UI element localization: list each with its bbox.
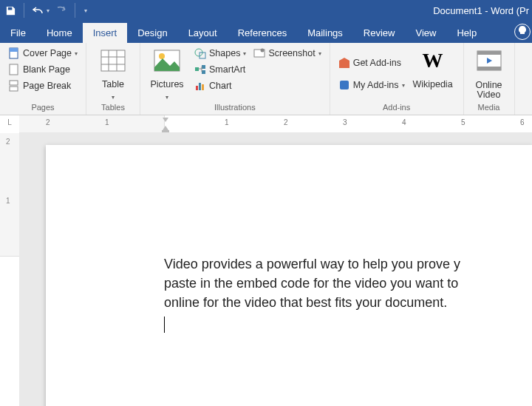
group-illustrations: Pictures ▾ Shapes ▾ SmartArt (140, 43, 330, 115)
text-cursor (164, 317, 165, 333)
page-break-label: Page Break (23, 81, 71, 91)
pictures-icon (154, 47, 180, 74)
shapes-label: Shapes (209, 48, 240, 58)
body-text-line[interactable]: Video provides a powerful way to help yo… (164, 254, 532, 274)
group-addins: Get Add-ins My Add-ins ▾ W Wikipedia Add… (330, 43, 464, 115)
chart-button[interactable]: Chart (192, 78, 248, 93)
screenshot-button[interactable]: Screenshot ▾ (251, 46, 323, 61)
svg-point-21 (261, 49, 265, 53)
document-canvas[interactable]: Video provides a powerful way to help yo… (19, 133, 532, 406)
qat-customize-caret[interactable]: ▾ (84, 7, 87, 14)
get-addins-label: Get Add-ins (353, 58, 401, 68)
vertical-ruler[interactable]: 2 1 (0, 133, 19, 406)
document-page[interactable]: Video provides a powerful way to help yo… (46, 145, 532, 406)
svg-rect-23 (340, 81, 349, 89)
video-icon (476, 47, 502, 74)
vruler-num: 2 (6, 138, 10, 146)
save-icon[interactable] (4, 4, 16, 16)
svg-rect-2 (10, 64, 18, 75)
ribbon: Cover Page ▾ Blank Page Page Break Page (0, 43, 532, 115)
svg-rect-27 (162, 130, 169, 132)
blank-page-button[interactable]: Blank Page (6, 62, 80, 77)
tab-insert[interactable]: Insert (83, 23, 128, 43)
table-button[interactable]: Table ▾ (92, 46, 134, 102)
group-pages: Cover Page ▾ Blank Page Page Break Page (0, 43, 86, 115)
group-media: Online Video Media (464, 43, 515, 115)
chevron-down-icon: ▾ (75, 50, 78, 57)
chart-icon (194, 80, 206, 92)
get-addins-button[interactable]: Get Add-ins (336, 55, 407, 70)
svg-rect-3 (10, 81, 18, 85)
svg-rect-25 (477, 51, 501, 55)
group-label-illustrations: Illustrations (146, 103, 324, 113)
screenshot-icon (253, 47, 265, 59)
cover-page-label: Cover Page (23, 48, 72, 58)
smartart-button[interactable]: SmartArt (192, 62, 248, 77)
svg-rect-26 (477, 67, 501, 70)
qat-separator (24, 3, 24, 18)
cover-page-icon (8, 47, 20, 59)
tab-view[interactable]: View (405, 23, 446, 43)
group-label-addins: Add-ins (336, 103, 457, 113)
shapes-button[interactable]: Shapes ▾ (192, 46, 248, 61)
qat-separator-2 (75, 3, 75, 18)
vruler-active-area (0, 256, 19, 406)
svg-rect-14 (195, 67, 199, 71)
chevron-down-icon: ▾ (243, 50, 246, 57)
horizontal-ruler[interactable]: 2 1 1 2 3 4 5 6 (19, 115, 532, 133)
tab-mailings[interactable]: Mailings (297, 23, 353, 43)
ruler-num: 3 (343, 118, 347, 126)
page-break-button[interactable]: Page Break (6, 78, 80, 93)
group-label-tables: Tables (92, 103, 134, 113)
undo-dropdown-caret[interactable]: ▾ (47, 7, 50, 14)
online-video-label-1: Online (475, 81, 502, 91)
ruler-num: 4 (402, 118, 406, 126)
svg-rect-5 (101, 50, 125, 71)
ruler-num: 5 (461, 118, 466, 126)
ruler-num: 2 (284, 118, 288, 126)
document-title: Document1 - Word (Pr (433, 5, 532, 16)
wikipedia-button[interactable]: W Wikipedia (409, 46, 457, 102)
ruler-active-area (164, 115, 532, 132)
svg-rect-15 (202, 65, 205, 69)
group-tables: Table ▾ Tables (86, 43, 140, 115)
pictures-label: Pictures (150, 79, 183, 89)
tab-file[interactable]: File (0, 23, 36, 43)
indent-marker-icon[interactable] (160, 115, 173, 133)
redo-icon[interactable] (55, 4, 67, 16)
group-label-media: Media (470, 103, 508, 113)
svg-rect-4 (10, 87, 18, 91)
svg-rect-1 (10, 48, 18, 52)
screenshot-label: Screenshot (268, 48, 315, 58)
undo-icon[interactable] (32, 4, 44, 16)
my-addins-label: My Add-ins (353, 80, 399, 90)
ruler-num: 2 (46, 118, 50, 126)
chevron-down-icon: ▾ (402, 82, 405, 89)
tab-layout[interactable]: Layout (178, 23, 228, 43)
ruler-num: 6 (520, 118, 525, 126)
tab-design[interactable]: Design (127, 23, 177, 43)
tab-review[interactable]: Review (353, 23, 406, 43)
wikipedia-label: Wikipedia (412, 79, 452, 89)
pictures-button[interactable]: Pictures ▾ (146, 46, 188, 102)
svg-rect-22 (339, 61, 349, 68)
body-text-line[interactable]: online for the video that best fits your… (164, 293, 532, 312)
page-break-icon (8, 80, 20, 92)
store-icon (338, 57, 350, 69)
tab-references[interactable]: References (228, 23, 297, 43)
tab-help[interactable]: Help (446, 23, 487, 43)
cover-page-button[interactable]: Cover Page ▾ (6, 46, 80, 61)
ruler-row: L 2 1 1 2 3 4 5 6 (0, 115, 532, 133)
tab-home[interactable]: Home (36, 23, 83, 43)
quick-access-toolbar: ▾ ▾ (0, 3, 92, 18)
my-addins-button[interactable]: My Add-ins ▾ (336, 78, 407, 92)
svg-rect-19 (202, 84, 204, 90)
svg-rect-17 (196, 86, 198, 90)
shapes-icon (194, 47, 206, 59)
svg-rect-16 (202, 70, 205, 74)
body-text-line[interactable]: paste in the embed code for the video yo… (164, 274, 532, 293)
chevron-down-icon: ▾ (112, 94, 115, 101)
tell-me-icon[interactable] (514, 24, 531, 40)
title-bar: ▾ ▾ Document1 - Word (Pr (0, 0, 532, 21)
online-video-button[interactable]: Online Video (470, 46, 508, 102)
